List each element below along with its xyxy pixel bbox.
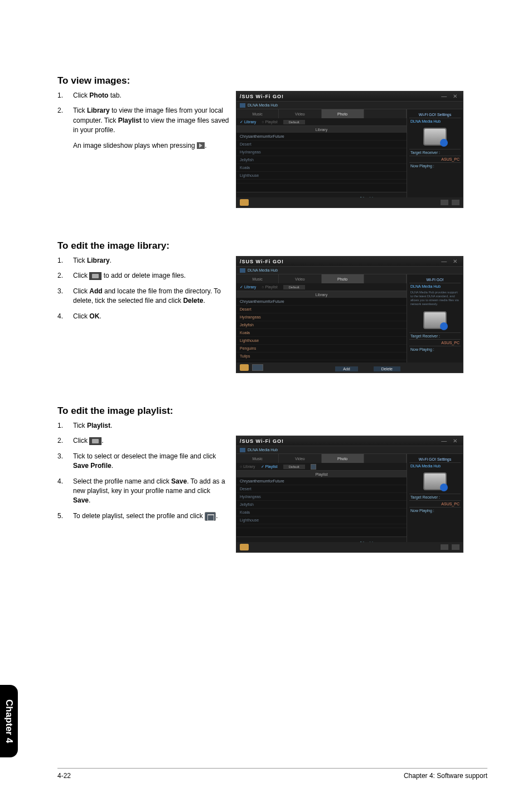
list-item: Lighthouse [236,516,407,524]
mock-bottom-buttons: Add Delete [335,366,400,371]
folder-icon [89,437,101,445]
view-step-2: Tick Library to view the image files fro… [57,106,229,151]
mock-filter-select: Default [283,465,305,469]
text: Tick [73,257,87,264]
mock-list: ChrysanthemumforFuture Desert Hydrangeas… [236,298,407,373]
text: Tick [73,107,87,114]
mock-side-title: Wi-Fi GO! [409,277,461,283]
steps-view: Click Photo tab. Tick Library to view th… [57,91,229,151]
mock-side-now: Now Playing : [409,162,461,169]
mock-tab-music: Music [236,274,279,283]
mock-side-target-val: ASUS_PC [409,339,461,346]
list-item: Lighthouse [236,172,407,180]
list-item: Jellyfish [236,321,407,329]
text: . [110,422,112,429]
text-bold: Add [89,287,102,295]
mock-filter-select: Default [283,285,305,289]
mock-listhead: Library [236,291,407,298]
mock-listhead: Playlist [236,471,407,477]
mock-sidebar: Wi-Fi GO! Settings DLNA Media Hub Target… [407,454,463,552]
list-item: Hydrangeas [236,148,407,156]
mock-tab-empty [364,109,407,118]
mock-tab-music: Music [236,109,279,118]
screenshot-library: /SUS Wi-Fi GO! — ✕ DLNA Media Hub Music … [236,256,463,373]
mock-side-link: DLNA Media Hub [409,463,461,469]
view-step-1: Click Photo tab. [57,91,229,100]
text: . [110,257,112,264]
footer-icon [452,200,460,205]
lib-step-1: Tick Library. [57,256,229,265]
folder-icon [89,272,101,280]
monitor-icon [423,472,447,490]
mock-filters: Library Playlist Default [236,118,407,126]
mock-add-button: Add [335,366,357,371]
mock-footer [236,197,463,207]
mock-tabs: Music Video Photo [236,109,407,118]
lib-step-2: Click to add or delete image files. [57,271,229,281]
list-item: Desert [236,141,407,148]
home-icon [240,199,249,206]
text: Select the profile name and click [73,477,171,485]
text: Click [73,312,89,320]
section-edit-playlist: To edit the image playlist: Tick Playlis… [57,405,487,563]
mock-sidebar: Wi-Fi GO! DLNA Media Hub DLNA Media Hub … [407,274,463,373]
footer-icon [441,200,448,205]
mock-footer [236,542,463,552]
heading-edit-library: To edit the image library: [57,240,487,252]
mock-side-target: Target Receiver : [409,332,461,339]
text: to add or delete image files. [101,272,186,279]
text-bold: Photo [89,91,108,99]
text: Tick [73,422,87,429]
window-controls-icon: — ✕ [441,93,460,99]
mock-tab-music: Music [236,454,279,463]
mock-side-target: Target Receiver : [409,494,461,500]
list-item: Koala [236,509,407,516]
mock-side-target-val: ASUS_PC [409,500,461,507]
text: Click [73,287,89,295]
mock-delete-button: Delete [374,366,400,371]
mock-brand: /SUS Wi-Fi GO! [240,94,284,99]
screenshot-playlist: /SUS Wi-Fi GO! — ✕ DLNA Media Hub Music … [236,436,463,553]
section-edit-library: To edit the image library: Tick Library.… [57,240,487,383]
text: . [99,312,101,320]
list-item: Koala [236,329,407,337]
mock-filters: Library Playlist Default [236,463,407,471]
mock-filters: Library Playlist Default [236,283,407,291]
list-item [236,524,407,528]
text: . [216,512,217,520]
mock-side-now: Now Playing : [409,346,461,352]
mock-tab-video: Video [279,454,321,463]
mock-filter-playlist: Playlist [261,465,278,469]
mock-tab-video: Video [279,109,321,118]
list-item [236,180,407,183]
mock-subtitle: DLNA Media Hub [236,446,463,454]
text-bold: Playlist [118,117,142,124]
list-item: ChrysanthemumforFuture [236,298,407,306]
mock-tab-empty [364,454,407,463]
text: tab. [108,91,121,99]
text-bold: Library [87,107,110,114]
mock-tab-video: Video [279,274,321,283]
heading-edit-playlist: To edit the image playlist: [57,405,487,417]
mock-brand: /SUS Wi-Fi GO! [240,259,284,264]
pl-step-4: Select the profile name and click Save. … [57,477,229,506]
screenshot-view: /SUS Wi-Fi GO! — ✕ DLNA Media Hub Music … [236,91,463,208]
chapter-title: Chapter 4: Software support [404,772,487,780]
window-controls-icon: — ✕ [441,438,460,444]
mock-tab-photo: Photo [322,109,364,118]
mock-filter-library: Library [240,120,256,124]
mock-brand: /SUS Wi-Fi GO! [240,438,284,444]
chapter-tab: Chapter 4 [0,685,18,757]
mock-tab-photo: Photo [322,454,364,463]
list-item: Desert [236,306,407,313]
list-item: Hydrangeas [236,313,407,321]
text-bold: Save [171,477,187,485]
mock-listhead: Library [236,126,407,133]
text: Click [73,272,89,279]
mock-titlebar: /SUS Wi-Fi GO! — ✕ [236,257,463,267]
mock-side-link: DLNA Media Hub [409,118,461,124]
mock-tab-empty [364,274,407,283]
text-bold: Library [87,257,110,264]
text-bold: Save [73,496,89,504]
footer-icon [452,544,460,550]
